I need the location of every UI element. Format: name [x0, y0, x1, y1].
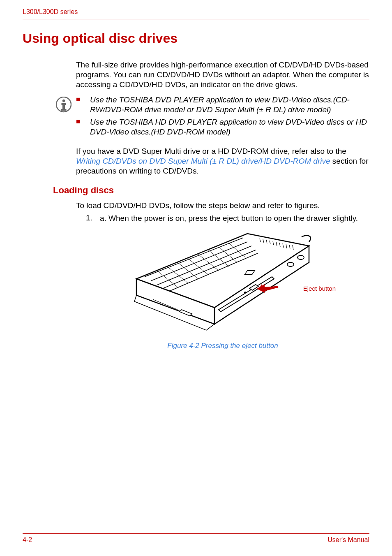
section-title: Using optical disc drives [23, 31, 369, 46]
crossref-link[interactable]: Writing CD/DVDs on DVD Super Multi (± R … [76, 157, 330, 165]
figure-caption: Figure 4-2 Pressing the eject button [167, 342, 278, 350]
crossref-before: If you have a DVD Super Multi drive or a… [76, 147, 346, 155]
figure: Eject button Figure 4-2 Pressing the eje… [76, 227, 369, 350]
page-number: 4-2 [23, 536, 32, 544]
laptop-drawing-icon [132, 229, 313, 336]
svg-point-27 [244, 292, 247, 293]
note-item: Use the TOSHIBA HD DVD PLAYER applicatio… [76, 117, 369, 137]
note-list: Use the TOSHIBA DVD PLAYER application t… [76, 95, 369, 139]
svg-point-1 [62, 100, 65, 102]
section-intro: The full-size drive provides high-perfor… [76, 60, 369, 89]
subsection-intro: To load CD/DVD/HD DVDs, follow the steps… [76, 201, 369, 211]
running-header: L300/L300D series [23, 8, 369, 19]
page-footer: 4-2 User's Manual [23, 533, 369, 544]
subsection-title: Loading discs [53, 185, 369, 196]
info-icon [51, 95, 76, 114]
figure-callout: Eject button [303, 285, 336, 292]
step-body: a. When the power is on, press the eject… [100, 213, 369, 223]
note-item: Use the TOSHIBA DVD PLAYER application t… [76, 95, 369, 115]
figure-illustration: Eject button [130, 227, 315, 338]
cross-reference: If you have a DVD Super Multi drive or a… [76, 146, 369, 176]
step-number: 1. [86, 213, 100, 223]
note-block: Use the TOSHIBA DVD PLAYER application t… [51, 95, 369, 139]
doc-title: User's Manual [327, 536, 369, 544]
svg-point-24 [297, 255, 304, 259]
svg-point-25 [287, 262, 294, 266]
svg-rect-4 [61, 109, 67, 111]
step-item: 1. a. When the power is on, press the ej… [86, 213, 369, 223]
